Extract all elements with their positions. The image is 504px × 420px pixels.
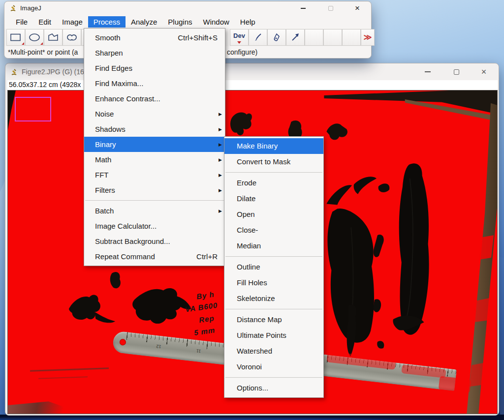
menu-item-sharpen[interactable]: Sharpen xyxy=(84,45,225,60)
menu-file[interactable]: File xyxy=(10,16,33,28)
submenu-item-fill-holes[interactable]: Fill Holes xyxy=(224,275,323,291)
submenu-item-options[interactable]: Options... xyxy=(224,380,323,396)
minimize-icon xyxy=(425,71,431,72)
menu-item-subtract-background[interactable]: Subtract Background... xyxy=(84,234,225,249)
polygon-tool-icon xyxy=(47,33,59,42)
close-icon: × xyxy=(481,67,487,76)
arrow-tool-icon xyxy=(290,32,300,42)
figure-maximize-button[interactable] xyxy=(445,65,467,79)
empty-tool-slot[interactable] xyxy=(305,29,323,46)
figure-window-title: Figure2.JPG (G) (16. xyxy=(22,68,86,76)
menu-separator xyxy=(225,172,322,173)
submenu-arrow-icon: ▶ xyxy=(219,137,222,152)
submenu-item-distance-map[interactable]: Distance Map xyxy=(224,312,323,328)
menu-help[interactable]: Help xyxy=(235,16,261,28)
menu-separator xyxy=(225,309,322,309)
paintbrush-icon xyxy=(253,32,263,42)
more-tools-chevrons-icon: ≫ xyxy=(361,32,374,42)
maximize-icon xyxy=(328,6,333,11)
microscope-icon xyxy=(9,4,17,12)
maximize-button[interactable] xyxy=(321,1,341,15)
freehand-tool-icon xyxy=(66,33,78,42)
tool-options-triangle-icon xyxy=(22,42,24,45)
minimize-button[interactable] xyxy=(293,1,313,15)
submenu-item-erode[interactable]: Erode xyxy=(224,175,323,191)
ruler-number: 12 xyxy=(156,344,161,349)
menu-process[interactable]: Process xyxy=(88,16,126,28)
status-text-right: configure) xyxy=(227,48,257,56)
menu-item-batch[interactable]: Batch▶ xyxy=(84,203,225,218)
menu-item-find-edges[interactable]: Find Edges xyxy=(84,60,225,76)
menu-item-shadows[interactable]: Shadows▶ xyxy=(84,121,225,137)
polygon-tool-button[interactable] xyxy=(44,29,63,46)
submenu-item-open[interactable]: Open xyxy=(224,207,323,222)
menu-item-filters[interactable]: Filters▶ xyxy=(84,182,225,198)
submenu-arrow-icon: ▶ xyxy=(219,152,222,167)
menu-plugins[interactable]: Plugins xyxy=(162,16,197,28)
binary-submenu: Make Binary Convert to Mask Erode Dilate… xyxy=(224,136,324,398)
figure-close-button[interactable]: × xyxy=(473,65,495,79)
menu-item-find-maxima[interactable]: Find Maxima... xyxy=(84,76,225,91)
rectangle-tool-button[interactable] xyxy=(6,29,25,46)
image-dimensions-text: 56.05x37.12 cm (4928x xyxy=(9,81,81,89)
submenu-item-voronoi[interactable]: Voronoi xyxy=(224,359,323,375)
submenu-item-make-binary[interactable]: Make Binary xyxy=(224,138,323,154)
dev-tools-button[interactable]: Dev xyxy=(230,29,249,46)
arrow-tool-button[interactable] xyxy=(286,29,305,46)
menu-item-repeat-command[interactable]: Repeat CommandCtrl+R xyxy=(84,249,225,264)
imagej-menu-bar: File Edit Image Process Analyze Plugins … xyxy=(4,15,371,29)
menu-item-enhance-contrast[interactable]: Enhance Contrast... xyxy=(84,91,225,106)
close-button[interactable]: × xyxy=(347,1,367,15)
roi-selection-rectangle[interactable] xyxy=(15,97,51,121)
menu-separator xyxy=(225,377,322,378)
submenu-item-outline[interactable]: Outline xyxy=(224,259,323,275)
menu-separator xyxy=(225,256,322,257)
menu-item-image-calculator[interactable]: Image Calculator... xyxy=(84,218,225,234)
dev-caret-icon xyxy=(237,41,241,44)
more-tools-button[interactable]: ≫ xyxy=(361,29,375,46)
submenu-item-skeletonize[interactable]: Skeletonize xyxy=(224,291,323,306)
menu-separator xyxy=(85,200,224,201)
menu-image[interactable]: Image xyxy=(57,16,88,28)
status-text-left: *Multi-point* or point (a xyxy=(8,48,78,56)
submenu-arrow-icon: ▶ xyxy=(219,182,222,198)
menu-analyze[interactable]: Analyze xyxy=(126,16,162,28)
submenu-arrow-icon: ▶ xyxy=(219,167,222,182)
submenu-item-ultimate-points[interactable]: Ultimate Points xyxy=(224,328,323,343)
menu-edit[interactable]: Edit xyxy=(33,16,57,28)
flood-fill-tool-button[interactable] xyxy=(267,29,286,46)
submenu-arrow-icon: ▶ xyxy=(219,203,222,218)
oval-tool-icon xyxy=(29,33,40,42)
ruler-hole xyxy=(119,339,126,346)
imagej-title-bar[interactable]: ImageJ × xyxy=(4,1,371,15)
submenu-item-dilate[interactable]: Dilate xyxy=(224,191,323,207)
menu-item-smooth[interactable]: SmoothCtrl+Shift+S xyxy=(84,30,225,45)
process-dropdown-menu: SmoothCtrl+Shift+S Sharpen Find Edges Fi… xyxy=(84,28,225,266)
ruler-number: 11 xyxy=(196,348,201,354)
microscope-icon xyxy=(10,68,18,76)
menu-window[interactable]: Window xyxy=(198,16,235,28)
maximize-icon xyxy=(454,69,459,75)
paintbrush-tool-button[interactable] xyxy=(249,29,267,46)
submenu-item-watershed[interactable]: Watershed xyxy=(224,343,323,359)
submenu-item-median[interactable]: Median xyxy=(224,238,323,254)
menu-item-noise[interactable]: Noise▶ xyxy=(84,106,225,121)
figure-title-bar[interactable]: Figure2.JPG (G) (16. × xyxy=(5,63,499,80)
figure-minimize-button[interactable] xyxy=(417,65,439,79)
oval-tool-button[interactable] xyxy=(25,29,44,46)
imagej-window-title: ImageJ xyxy=(20,4,41,12)
dev-tools-label: Dev xyxy=(230,32,248,39)
close-icon: × xyxy=(355,4,360,12)
freehand-tool-button[interactable] xyxy=(63,29,81,46)
flood-fill-icon xyxy=(272,32,282,42)
menu-item-fft[interactable]: FFT▶ xyxy=(84,167,225,182)
menu-item-math[interactable]: Math▶ xyxy=(84,152,225,167)
menu-item-binary[interactable]: Binary▶ xyxy=(84,137,225,152)
empty-tool-slot[interactable] xyxy=(323,29,342,46)
image-info-bar: 56.05x37.12 cm (4928x xyxy=(7,80,498,90)
submenu-arrow-icon: ▶ xyxy=(219,106,222,121)
submenu-item-convert-to-mask[interactable]: Convert to Mask xyxy=(224,154,323,170)
empty-tool-slot[interactable] xyxy=(342,29,361,46)
submenu-item-close[interactable]: Close- xyxy=(224,222,323,238)
tool-options-triangle-icon xyxy=(40,42,43,45)
